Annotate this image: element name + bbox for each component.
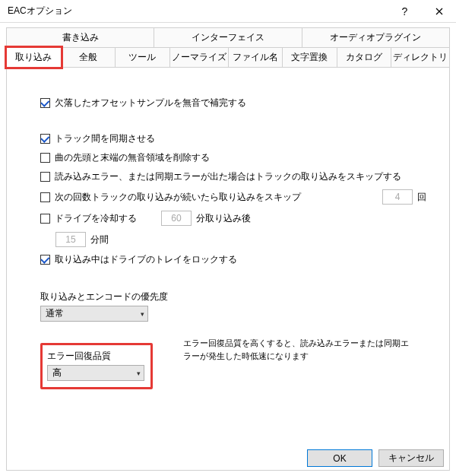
ok-button[interactable]: OK: [307, 449, 372, 467]
chevron-down-icon: ▾: [141, 310, 144, 318]
cancel-button[interactable]: キャンセル: [378, 449, 444, 467]
tab-char-replace[interactable]: 文字置換: [283, 47, 337, 68]
label-sync-tracks: トラック間を同期させる: [55, 132, 155, 145]
label-priority: 取り込みとエンコードの優先度: [40, 290, 426, 303]
checkbox-sync-tracks[interactable]: [40, 134, 50, 144]
input-cooldown-for[interactable]: [55, 232, 86, 247]
unit-cooldown-for: 分間: [90, 233, 109, 246]
input-cooldown-after[interactable]: [161, 211, 192, 226]
label-lock-tray: 取り込み中はドライブのトレイをロックする: [55, 253, 237, 266]
select-erq[interactable]: 高 ▾: [47, 365, 144, 381]
tab-audio-plugin[interactable]: オーディオプラグイン: [302, 27, 450, 47]
label-erq: エラー回復品質: [47, 350, 144, 363]
label-fill-missing-offset: 欠落したオフセットサンプルを無音で補完する: [55, 97, 246, 109]
tab-general[interactable]: 全般: [62, 47, 116, 68]
select-priority-value: 通常: [46, 307, 64, 320]
tab-catalog[interactable]: カタログ: [337, 47, 392, 68]
tab-filename[interactable]: ファイル名: [229, 47, 283, 68]
tab-write[interactable]: 書き込み: [6, 27, 154, 47]
unit-cooldown-after: 分取り込み後: [196, 212, 251, 225]
label-trim-silence: 曲の先頭と末端の無音領域を削除する: [55, 151, 210, 164]
label-cooldown: ドライブを冷却する: [55, 212, 137, 225]
select-erq-value: 高: [52, 367, 62, 379]
input-skip-count[interactable]: [382, 189, 413, 205]
checkbox-fill-missing-offset[interactable]: [40, 98, 50, 108]
checkbox-skip-on-error[interactable]: [40, 172, 50, 182]
unit-skip-count: 回: [417, 191, 426, 204]
select-priority[interactable]: 通常 ▾: [40, 306, 148, 322]
tab-directory[interactable]: ディレクトリ: [391, 47, 450, 68]
tab-interface[interactable]: インターフェイス: [154, 27, 302, 47]
help-button[interactable]: ?: [388, 0, 422, 23]
checkbox-cooldown[interactable]: [40, 214, 50, 224]
label-skip-on-error: 読み込みエラー、または同期エラーが出た場合はトラックの取り込みをスキップする: [55, 170, 401, 183]
checkbox-trim-silence[interactable]: [40, 153, 50, 163]
note-erq: エラー回復品質を高くすると、読み込みエラーまたは同期エラーが発生した時低速になり…: [183, 332, 411, 362]
error-recovery-quality-box: エラー回復品質 高 ▾: [40, 343, 153, 389]
chevron-down-icon: ▾: [137, 370, 141, 377]
label-skip-after-count: 次の回数トラックの取り込みが続いたら取り込みをスキップ: [55, 191, 301, 204]
window-title: EACオプション: [8, 5, 388, 17]
checkbox-lock-tray[interactable]: [40, 255, 50, 265]
tab-extraction[interactable]: 取り込み: [6, 47, 62, 68]
tab-tools[interactable]: ツール: [116, 47, 170, 68]
tab-normalize[interactable]: ノーマライズ: [170, 47, 229, 68]
checkbox-skip-after-count[interactable]: [40, 192, 50, 202]
close-button[interactable]: [422, 0, 456, 23]
